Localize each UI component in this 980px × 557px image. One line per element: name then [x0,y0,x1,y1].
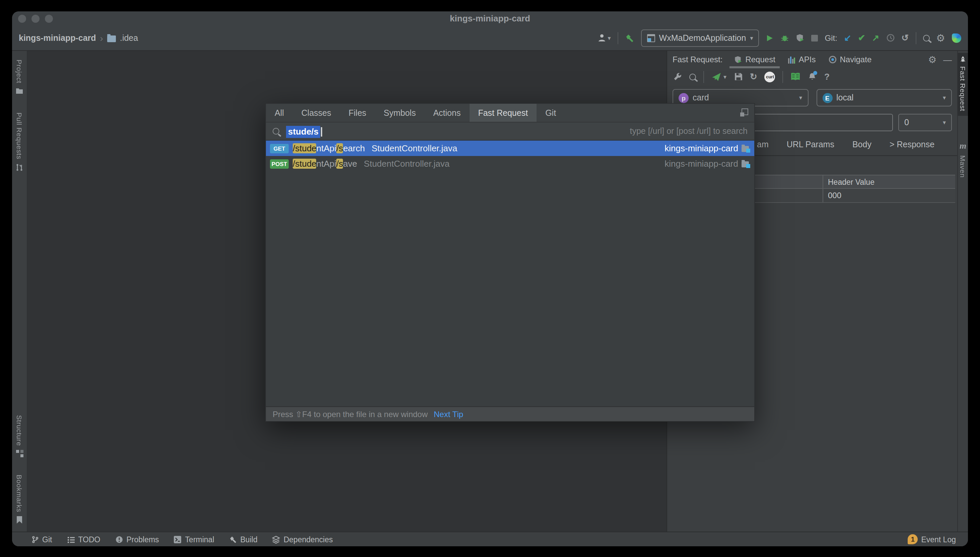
close-window-button[interactable] [18,15,26,23]
sidebar-item-bookmarks[interactable]: Bookmarks [12,475,27,523]
run-with-coverage-button[interactable] [796,34,805,42]
tab-fast-request[interactable]: Fast Request [469,104,536,122]
maven-stripe-label: Maven [959,155,967,178]
minimize-window-button[interactable] [31,15,39,23]
header-value-column: Header Value [823,178,955,186]
result-row-post-save[interactable]: POST /studentApi/save StudentController.… [266,156,754,171]
tab-all[interactable]: All [266,104,293,122]
tab-apis[interactable]: APIs [787,51,817,68]
docs-book-icon[interactable] [791,72,801,81]
settings-gear-icon[interactable]: ⚙ [936,33,945,43]
count-select[interactable]: 0 ▾ [898,114,952,131]
result-file-name: StudentController.java [364,159,450,169]
run-button[interactable] [766,34,774,42]
help-icon[interactable]: ? [824,72,830,82]
project-stripe-label: Project [15,60,23,83]
module-icon [742,144,750,152]
zoom-window-button[interactable] [45,15,53,23]
statusbar-event-log[interactable]: 1 Event Log [908,534,956,544]
next-tip-link[interactable]: Next Tip [434,409,463,419]
tab-navigate[interactable]: Navigate [827,51,873,68]
search-everywhere-tabs: All Classes Files Symbols Actions Fast R… [266,104,754,122]
pull-request-icon [15,163,23,171]
debug-button[interactable] [781,34,789,42]
sidebar-item-maven[interactable]: m Maven [958,141,968,178]
git-commit-check-icon[interactable]: ✔ [858,34,866,42]
title-bar: kings-miniapp-card [12,11,968,25]
breadcrumb-folder[interactable]: .idea [120,33,138,42]
tab-request-label: Request [745,55,775,64]
result-row-get-search[interactable]: GET /studentApi/search StudentController… [266,141,754,156]
search-everywhere-popup: All Classes Files Symbols Actions Fast R… [265,103,755,422]
target-icon [828,55,837,64]
search-everywhere-field[interactable]: stude/s type [/url] or [post /url] to se… [266,122,754,141]
search-results-list: GET /studentApi/search StudentController… [266,141,754,407]
pull-requests-stripe-label: Pull Requests [15,112,23,159]
open-in-find-window-icon[interactable] [742,109,748,115]
ide-plugin-logo-icon[interactable] [952,33,961,42]
maven-logo-icon: m [960,141,966,151]
tab-response[interactable]: > Response [890,140,934,149]
environment-badge-icon: E [822,93,832,103]
header-value-cell[interactable]: 000 [823,191,955,200]
stop-button[interactable] [812,34,818,41]
tab-files[interactable]: Files [340,104,375,122]
history-clock-icon[interactable] [886,34,895,42]
tab-url-params[interactable]: URL Params [787,140,834,149]
statusbar-git-label: Git [42,535,52,543]
build-hammer-icon[interactable] [625,33,634,42]
curl-badge[interactable]: curl [765,71,775,82]
breadcrumb-project[interactable]: kings-miniapp-card [19,33,96,42]
build-hammer-icon [229,535,237,543]
sidebar-item-project[interactable]: Project [12,60,27,95]
fast-request-rocket-icon [959,56,967,64]
user-icon[interactable]: ▾ [598,34,611,42]
chevron-down-icon: ▾ [799,94,802,101]
right-tool-stripe: Fast Request m Maven [957,51,968,532]
tab-param-fragment[interactable]: am [757,140,769,149]
wrench-icon[interactable] [673,72,682,81]
search-icon [272,128,279,135]
statusbar-item-git[interactable]: Git [31,535,52,543]
tab-navigate-label: Navigate [840,55,872,64]
tab-request[interactable]: Request [732,51,776,68]
tab-symbols[interactable]: Symbols [375,104,425,122]
statusbar-item-dependencies[interactable]: Dependencies [272,535,333,543]
sidebar-item-structure[interactable]: Structure [12,415,27,457]
statusbar-item-terminal[interactable]: Terminal [174,535,214,543]
redo-icon[interactable]: ↻ [750,72,757,81]
environment-select[interactable]: E local ▾ [816,89,952,106]
chevron-down-icon: ▾ [943,94,946,101]
notification-dot [814,71,818,75]
run-configuration-select[interactable]: WxMaDemoApplication ▾ [641,29,759,47]
notification-bell-icon[interactable] [808,72,817,81]
git-push-icon[interactable]: ↗ [872,34,879,42]
statusbar-build-label: Build [240,535,258,543]
fast-request-title: Fast Request: [673,55,722,64]
sidebar-item-fast-request[interactable]: Fast Request [958,53,968,116]
match-highlight: /s [336,159,343,169]
search-query-selected-text[interactable]: stude/s [286,126,320,138]
run-configuration-name: WxMaDemoApplication [659,33,746,42]
statusbar-item-problems[interactable]: Problems [115,535,159,543]
breadcrumb[interactable]: kings-miniapp-card › .idea [19,33,138,43]
tab-classes[interactable]: Classes [293,104,340,122]
search-query-wrap[interactable]: stude/s [286,125,322,137]
git-update-icon[interactable]: ↙ [844,34,851,42]
hide-panel-icon[interactable]: — [943,55,952,64]
search-api-icon[interactable] [689,73,696,80]
send-plane-icon [711,72,721,81]
statusbar-item-todo[interactable]: TODO [67,535,100,543]
panel-settings-gear-icon[interactable]: ⚙ [928,55,936,64]
tab-body[interactable]: Body [853,140,871,149]
statusbar-problems-label: Problems [126,535,159,543]
tab-actions[interactable]: Actions [424,104,469,122]
chevron-right-icon: › [100,33,103,43]
rollback-icon[interactable]: ↺ [901,34,909,42]
save-icon[interactable] [734,72,742,81]
sidebar-item-pull-requests[interactable]: Pull Requests [12,112,27,171]
search-everywhere-icon[interactable] [923,34,929,41]
send-request-button[interactable]: ▾ [711,72,726,81]
statusbar-item-build[interactable]: Build [229,535,258,543]
tab-git[interactable]: Git [536,104,565,122]
